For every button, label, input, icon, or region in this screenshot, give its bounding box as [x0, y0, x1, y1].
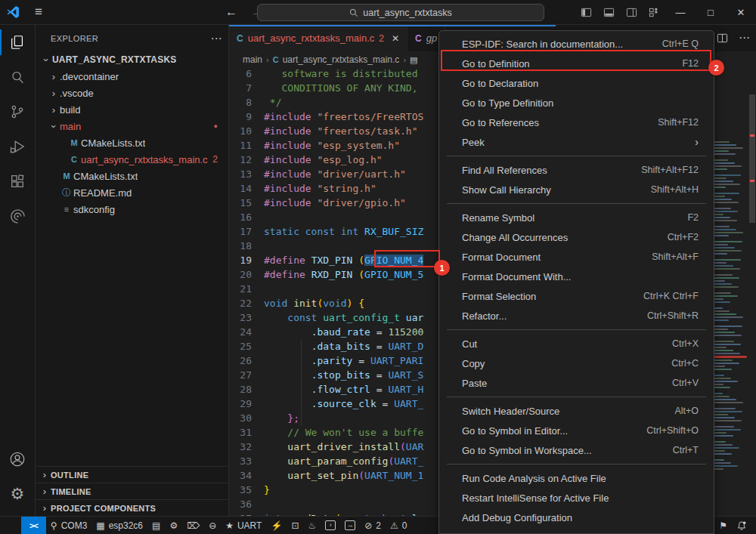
- search-icon: [349, 8, 358, 17]
- window-maximize-button[interactable]: □: [696, 0, 726, 25]
- menu-item-go-to-symbol-in-workspace[interactable]: Go to Symbol in Workspace...Ctrl+T: [439, 440, 714, 460]
- line-number: 14: [229, 181, 264, 196]
- terminal-icon: ›: [325, 520, 336, 530]
- status-flash-method[interactable]: ▤: [147, 517, 165, 534]
- menu-item-rename-symbol[interactable]: Rename SymbolF2: [439, 208, 714, 227]
- status-flash-device[interactable]: ⚡: [266, 517, 287, 534]
- menu-item-paste[interactable]: PasteCtrl+V: [439, 373, 714, 393]
- line-number: 32: [229, 440, 264, 454]
- tree-item-uart-async-rxtxtasks-main-c[interactable]: Cuart_async_rxtxtasks_main.c2: [36, 151, 228, 168]
- settings-gear-icon[interactable]: ⚙: [0, 477, 36, 511]
- line-number: 26: [229, 353, 264, 368]
- chevron-icon: ›: [48, 120, 60, 132]
- status-monitor-device[interactable]: ⊡: [287, 517, 303, 534]
- window-minimize-button[interactable]: —: [665, 0, 696, 25]
- menu-item-copy[interactable]: CopyCtrl+C: [439, 353, 714, 373]
- menu-item-format-selection[interactable]: Format SelectionCtrl+K Ctrl+F: [439, 286, 714, 306]
- tree-item-sdkconfig[interactable]: ≡sdkconfig: [36, 201, 228, 218]
- toggle-sidebar-icon[interactable]: [575, 7, 597, 18]
- tab-uart-async-rxtxtasks-main[interactable]: C uart_async_rxtxtasks_main.c 2 ✕: [229, 25, 407, 51]
- menu-hamburger-icon[interactable]: ≡: [26, 5, 51, 20]
- shortcut-label: Ctrl+Shift+R: [647, 310, 699, 321]
- menu-item-format-document[interactable]: Format DocumentShift+Alt+F: [439, 247, 714, 267]
- tree-item-build[interactable]: ›build: [36, 101, 228, 118]
- status-erase-flash[interactable]: ⊖: [204, 517, 221, 534]
- activity-extensions-icon[interactable]: [0, 164, 36, 199]
- menu-item-refactor[interactable]: Refactor...Ctrl+Shift+R: [439, 306, 714, 326]
- status-device-target[interactable]: ▦esp32c6: [91, 517, 147, 534]
- editor-scrollbar[interactable]: [748, 68, 756, 516]
- menu-item-go-to-references[interactable]: Go to ReferencesShift+F12: [439, 113, 714, 132]
- line-number: 24: [229, 325, 264, 339]
- activity-espidf-icon[interactable]: [0, 199, 36, 233]
- explorer-more-actions-icon[interactable]: ⋯: [211, 32, 222, 45]
- activity-source-control-icon[interactable]: [0, 94, 36, 129]
- window-close-button[interactable]: ✕: [726, 0, 756, 25]
- menu-item-find-all-references[interactable]: Find All ReferencesShift+Alt+F12: [439, 160, 714, 180]
- menu-separator: [447, 329, 706, 330]
- customize-layout-icon[interactable]: [643, 7, 665, 18]
- shortcut-label: Ctrl+E Q: [662, 39, 699, 49]
- cmake-file-icon: M: [67, 138, 81, 147]
- tab-error-badge: 2: [379, 33, 384, 44]
- tree-item-readme-md[interactable]: ⓘREADME.md: [36, 184, 228, 201]
- toggle-panel-icon[interactable]: [597, 7, 620, 18]
- menu-item-add-debug-configuration[interactable]: Add Debug Configuration: [439, 508, 714, 527]
- split-editor-icon[interactable]: [717, 32, 728, 44]
- status-build-flash-monitor[interactable]: ♨: [303, 517, 321, 534]
- menu-item-change-all-occurrences[interactable]: Change All OccurrencesCtrl+F2: [439, 227, 714, 247]
- status-notifications[interactable]: [732, 517, 751, 534]
- tree-item-devcontainer[interactable]: ›.devcontainer: [36, 68, 228, 85]
- tab-close-icon[interactable]: ✕: [392, 33, 399, 44]
- toggle-secondary-sidebar-icon[interactable]: [620, 7, 643, 18]
- line-number: 6: [229, 66, 264, 81]
- accounts-icon[interactable]: [0, 442, 36, 477]
- menu-item-show-call-hierarchy[interactable]: Show Call HierarchyShift+Alt+H: [439, 180, 714, 199]
- menu-item-format-document-with[interactable]: Format Document With...: [439, 267, 714, 286]
- tree-item-cmakelists-txt[interactable]: MCMakeLists.txt: [36, 168, 228, 184]
- command-center-search[interactable]: uart_async_rxtxtasks: [257, 4, 544, 21]
- overview-error-mark: [750, 180, 754, 182]
- shortcut-label: Shift+F12: [658, 117, 699, 128]
- menu-item-peek[interactable]: Peek›: [439, 132, 714, 152]
- menu-item-restart-intellisense-for-active-file[interactable]: Restart IntelliSense for Active File: [439, 488, 714, 508]
- tree-item-cmakelists-txt[interactable]: MCMakeLists.txt: [36, 134, 228, 151]
- status-warnings[interactable]: ⚠0: [386, 517, 411, 534]
- status-terminal[interactable]: ›: [321, 517, 340, 534]
- line-number: 27: [229, 368, 264, 382]
- status-execute[interactable]: →: [340, 517, 360, 534]
- section-project-components[interactable]: ›PROJECT COMPONENTS: [36, 499, 228, 516]
- tree-item-vscode[interactable]: ›.vscode: [36, 85, 228, 101]
- device-target-icon: ▦: [96, 520, 104, 531]
- tree-item-main[interactable]: ›main●: [36, 118, 228, 134]
- status-feedback[interactable]: ⚑: [714, 517, 732, 534]
- status-serial-port[interactable]: ⚲COM3: [46, 517, 91, 534]
- status-flash-uart[interactable]: ★UART: [221, 517, 266, 534]
- status-sdk-config[interactable]: ⚙: [165, 517, 182, 534]
- symbol-picker-icon[interactable]: ▤: [410, 55, 417, 65]
- title-bar: ≡ ← → uart_async_rxtxtasks — □ ✕: [0, 0, 756, 25]
- overview-error-mark: [750, 134, 754, 137]
- section-timeline[interactable]: ›TIMELINE: [36, 483, 228, 499]
- menu-item-switch-header-source[interactable]: Switch Header/SourceAlt+O: [439, 401, 714, 421]
- status-errors[interactable]: ⊘2: [360, 517, 386, 534]
- menu-item-go-to-symbol-in-editor[interactable]: Go to Symbol in Editor...Ctrl+Shift+O: [439, 421, 714, 440]
- line-number: 31: [229, 425, 264, 440]
- menu-item-go-to-declaration[interactable]: Go to Declaration: [439, 73, 714, 93]
- menu-item-go-to-type-definition[interactable]: Go to Type Definition: [439, 93, 714, 113]
- status-remote-indicator[interactable]: ><: [21, 517, 46, 534]
- status-full-clean[interactable]: ⌦: [182, 517, 204, 534]
- menu-item-generate-doxygen-comment[interactable]: Generate Doxygen Comment: [439, 527, 714, 534]
- tree-item-uart-async-rxtxtasks[interactable]: ›UART_ASYNC_RXTXTASKS: [36, 51, 228, 68]
- menu-item-run-code-analysis-on-active-file[interactable]: Run Code Analysis on Active File: [439, 468, 714, 488]
- scrollbar-thumb[interactable]: [749, 94, 755, 223]
- minimap-content[interactable]: [714, 138, 747, 512]
- nav-back-icon[interactable]: ←: [225, 5, 237, 19]
- menu-item-cut[interactable]: CutCtrl+X: [439, 334, 714, 353]
- activity-search-icon[interactable]: [0, 60, 36, 94]
- activity-run-debug-icon[interactable]: [0, 129, 36, 164]
- activity-explorer-icon[interactable]: [0, 25, 36, 60]
- line-number: 22: [229, 296, 264, 310]
- section-outline[interactable]: ›OUTLINE: [36, 466, 228, 483]
- editor-more-actions-icon[interactable]: ⋯: [739, 31, 750, 45]
